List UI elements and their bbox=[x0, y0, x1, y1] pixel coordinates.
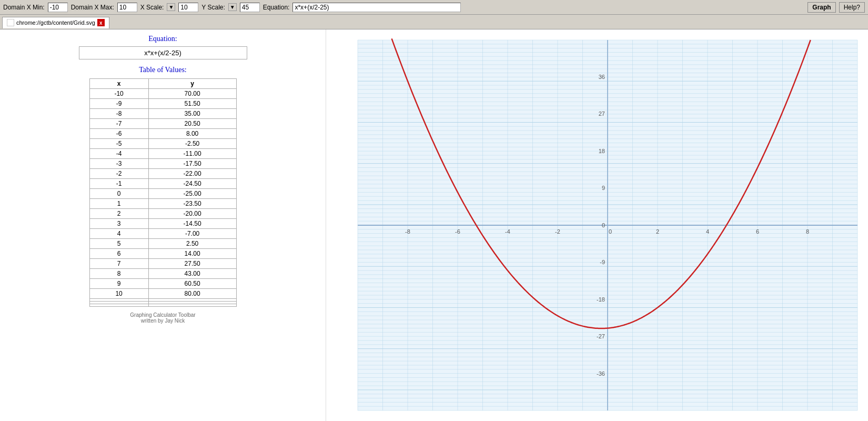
equation-display: x*x+(x/2-25) bbox=[79, 46, 247, 59]
equation-title: Equation: bbox=[11, 35, 315, 43]
y-label-n36: -36 bbox=[597, 370, 605, 377]
table-row: -835.00 bbox=[89, 109, 236, 119]
table-row: 2-20.00 bbox=[89, 209, 236, 219]
y-label-36: 36 bbox=[599, 74, 605, 80]
x-label-2: 2 bbox=[656, 228, 659, 235]
y-label-27: 27 bbox=[599, 111, 605, 117]
y-label-0: 0 bbox=[602, 222, 605, 228]
graph-svg: 36 27 18 9 0 -9 -18 -27 -36 -8 bbox=[326, 29, 868, 421]
table-row: -1070.00 bbox=[89, 89, 236, 99]
table-row: -1-24.50 bbox=[89, 179, 236, 189]
domain-xmax-label: Domain X Max: bbox=[71, 4, 114, 11]
footer-text: Graphing Calculator Toolbar written by J… bbox=[11, 312, 315, 324]
xscale-dropdown[interactable]: ▼ bbox=[167, 3, 175, 11]
x-label-n6: -6 bbox=[455, 228, 460, 235]
table-row: 843.00 bbox=[89, 269, 236, 279]
table-row: 614.00 bbox=[89, 249, 236, 259]
domain-xmax-input[interactable] bbox=[117, 3, 137, 12]
xscale-input[interactable] bbox=[178, 3, 198, 12]
table-row: 3-14.50 bbox=[89, 219, 236, 229]
footer-line2: written by Jay Nick bbox=[11, 318, 315, 324]
table-row bbox=[89, 304, 236, 307]
y-label-18: 18 bbox=[599, 148, 605, 154]
tab-url: chrome://gctb/content/Grid.svg bbox=[16, 19, 95, 26]
table-row: -720.50 bbox=[89, 119, 236, 129]
table-row: 1-23.50 bbox=[89, 199, 236, 209]
main-content: Equation: x*x+(x/2-25) Table of Values: … bbox=[0, 29, 868, 421]
table-row: 52.50 bbox=[89, 239, 236, 249]
table-row: 0-25.00 bbox=[89, 189, 236, 199]
y-label-9: 9 bbox=[602, 185, 605, 191]
table-row: -951.50 bbox=[89, 99, 236, 109]
yscale-label: Y Scale: bbox=[201, 4, 225, 11]
table-row: -5-2.50 bbox=[89, 139, 236, 149]
table-row: -2-22.00 bbox=[89, 169, 236, 179]
yscale-dropdown[interactable]: ▼ bbox=[228, 3, 237, 11]
y-label-n9: -9 bbox=[600, 259, 605, 265]
x-label-0: 0 bbox=[609, 228, 612, 235]
x-label-n2: -2 bbox=[555, 228, 560, 235]
toolbar: Domain X Min: Domain X Max: X Scale: ▼ Y… bbox=[0, 0, 868, 15]
x-label-6: 6 bbox=[756, 228, 759, 235]
graph-panel: 36 27 18 9 0 -9 -18 -27 -36 -8 bbox=[326, 29, 868, 421]
y-label-n27: -27 bbox=[597, 333, 605, 339]
y-label-n18: -18 bbox=[597, 296, 605, 303]
footer-line1: Graphing Calculator Toolbar bbox=[11, 312, 315, 318]
x-label-8: 8 bbox=[806, 228, 809, 235]
domain-xmin-label: Domain X Min: bbox=[3, 4, 45, 11]
xscale-label: X Scale: bbox=[140, 4, 164, 11]
tab-file-icon bbox=[7, 19, 14, 26]
table-row: -3-17.50 bbox=[89, 159, 236, 169]
table-row: 727.50 bbox=[89, 259, 236, 269]
x-label-n4: -4 bbox=[505, 228, 510, 235]
table-title: Table of Values: bbox=[11, 66, 315, 74]
tab-grid-svg[interactable]: chrome://gctb/content/Grid.svg x bbox=[2, 17, 109, 28]
values-table: x y -1070.00-951.50-835.00-720.50-68.00-… bbox=[89, 78, 237, 307]
table-row: -4-11.00 bbox=[89, 149, 236, 159]
tabbar: chrome://gctb/content/Grid.svg x bbox=[0, 15, 868, 29]
equation-label: Equation: bbox=[263, 4, 290, 11]
left-panel: Equation: x*x+(x/2-25) Table of Values: … bbox=[0, 29, 326, 421]
graph-button[interactable]: Graph bbox=[808, 2, 835, 13]
table-row: -68.00 bbox=[89, 129, 236, 139]
tab-close-button[interactable]: x bbox=[97, 19, 105, 26]
domain-xmin-input[interactable] bbox=[48, 3, 68, 12]
equation-input[interactable] bbox=[292, 3, 461, 12]
col-header-y: y bbox=[148, 79, 236, 89]
help-button[interactable]: Help? bbox=[839, 2, 865, 13]
x-label-n8: -8 bbox=[405, 228, 410, 235]
table-row: 4-7.00 bbox=[89, 229, 236, 239]
table-row: 960.50 bbox=[89, 279, 236, 289]
x-label-4: 4 bbox=[706, 228, 709, 235]
table-row: 1080.00 bbox=[89, 289, 236, 299]
yscale-input[interactable] bbox=[240, 3, 260, 12]
col-header-x: x bbox=[89, 79, 148, 89]
